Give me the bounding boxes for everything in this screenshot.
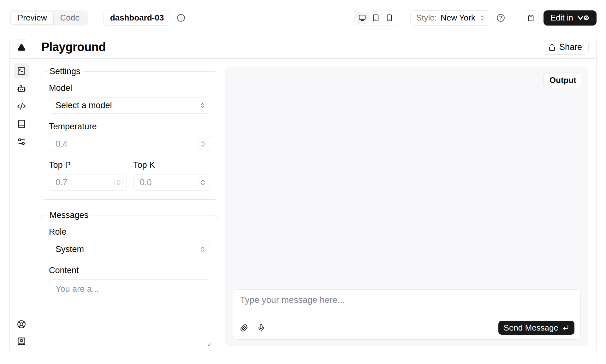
temperature-stepper[interactable] xyxy=(199,138,207,150)
sidebar-nav xyxy=(14,59,29,149)
content-area: Settings Model Select a model Temperatur… xyxy=(33,59,596,354)
chevron-up-icon xyxy=(201,141,205,144)
device-toggle-group xyxy=(354,10,397,26)
top-k-field: Top K xyxy=(133,160,211,191)
chevron-down-icon xyxy=(201,144,205,147)
share-button[interactable]: Share xyxy=(542,40,589,55)
sidebar-item-help[interactable] xyxy=(14,317,29,332)
edit-in-v0-button[interactable]: Edit in xyxy=(544,10,597,26)
send-message-label: Send Message xyxy=(504,323,558,333)
top-p-field: Top P xyxy=(49,160,127,191)
book-icon xyxy=(17,120,26,128)
model-select[interactable]: Select a model xyxy=(49,97,211,114)
code-tab[interactable]: Code xyxy=(53,12,86,24)
settings-legend: Settings xyxy=(47,67,83,76)
sidebar-item-models[interactable] xyxy=(14,81,29,96)
chevrons-up-down-icon xyxy=(199,102,206,109)
bot-icon xyxy=(17,84,26,93)
tablet-icon xyxy=(372,14,379,21)
share-button-label: Share xyxy=(559,42,582,52)
chevron-up-icon xyxy=(116,179,121,182)
sidebar-item-account[interactable] xyxy=(14,334,29,349)
triangle-icon xyxy=(17,43,26,51)
sidebar-item-api[interactable] xyxy=(14,99,29,114)
mic-icon xyxy=(257,324,265,332)
sliders-icon xyxy=(17,137,26,146)
toolbar-separator xyxy=(96,13,96,23)
top-k-stepper[interactable] xyxy=(199,177,207,188)
code-icon xyxy=(17,102,26,111)
toolbar-separator xyxy=(517,13,517,23)
icon-sidebar xyxy=(10,36,33,354)
chevrons-up-down-icon xyxy=(479,15,485,21)
square-user-icon xyxy=(17,337,26,346)
messages-legend: Messages xyxy=(47,210,91,220)
main-area: Playground Share Settings Model Select a… xyxy=(33,36,596,354)
microphone-button[interactable] xyxy=(254,321,268,335)
top-p-stepper[interactable] xyxy=(114,177,123,188)
attach-file-button[interactable] xyxy=(237,321,251,335)
role-select-value: System xyxy=(56,244,84,254)
life-buoy-icon xyxy=(17,320,26,329)
chevron-down-icon xyxy=(201,183,205,185)
circle-help-icon xyxy=(496,14,505,22)
temperature-label: Temperature xyxy=(49,122,211,132)
corner-down-left-icon xyxy=(562,324,569,331)
message-input[interactable] xyxy=(233,290,580,321)
block-name-badge: dashboard-03 xyxy=(104,10,171,26)
output-badge: Output xyxy=(544,73,582,88)
style-select[interactable]: Style: New York xyxy=(410,10,491,26)
smartphone-icon xyxy=(386,14,393,21)
send-message-button[interactable]: Send Message xyxy=(498,321,574,335)
info-icon xyxy=(177,14,185,22)
playground-app-frame: Playground Share Settings Model Select a… xyxy=(9,36,597,354)
chevron-up-icon xyxy=(201,179,205,182)
style-help-button[interactable] xyxy=(496,14,505,22)
top-p-label: Top P xyxy=(49,160,127,170)
temperature-input[interactable] xyxy=(49,136,211,152)
top-toolbar: Preview Code dashboard-03 xyxy=(0,0,606,36)
edit-in-v0-label: Edit in xyxy=(550,13,573,23)
block-info-button[interactable] xyxy=(177,14,185,22)
chevron-down-icon xyxy=(116,183,121,185)
share-icon xyxy=(548,44,556,51)
role-select[interactable]: System xyxy=(49,241,211,257)
monitor-icon xyxy=(359,14,366,21)
mobile-view-button[interactable] xyxy=(383,12,395,24)
desktop-view-button[interactable] xyxy=(356,12,368,24)
preview-tab[interactable]: Preview xyxy=(11,12,53,24)
v0-logo-icon xyxy=(577,15,590,20)
role-label: Role xyxy=(49,227,211,237)
toolbar-separator xyxy=(404,13,404,23)
chevrons-up-down-icon xyxy=(199,246,206,252)
message-composer: Send Message xyxy=(233,289,581,340)
square-terminal-icon xyxy=(17,67,26,75)
content-label: Content xyxy=(49,266,211,275)
tablet-view-button[interactable] xyxy=(370,12,382,24)
model-select-value: Select a model xyxy=(56,101,112,110)
sidebar-logo-section xyxy=(10,36,33,59)
style-select-value: New York xyxy=(441,13,475,23)
home-logo-button[interactable] xyxy=(14,39,29,55)
messages-fieldset: Messages Role System Content xyxy=(41,210,219,354)
settings-fieldset: Settings Model Select a model Temperatur… xyxy=(41,67,219,200)
paperclip-icon xyxy=(240,324,248,332)
sidebar-item-settings[interactable] xyxy=(14,134,29,149)
page-header: Playground Share xyxy=(33,36,596,59)
output-panel: Output xyxy=(225,67,588,346)
top-k-label: Top K xyxy=(133,160,211,170)
copy-code-button[interactable] xyxy=(524,10,538,25)
composer-footer: Send Message xyxy=(233,321,580,339)
sidebar-bottom-nav xyxy=(14,312,29,354)
model-label: Model xyxy=(49,83,211,93)
clipboard-icon xyxy=(527,15,534,21)
page-title: Playground xyxy=(41,40,106,54)
style-select-label: Style: xyxy=(416,13,437,23)
settings-column: Settings Model Select a model Temperatur… xyxy=(41,67,219,346)
view-toggle-group: Preview Code xyxy=(9,10,88,26)
sidebar-item-playground[interactable] xyxy=(14,63,29,79)
sidebar-item-documentation[interactable] xyxy=(14,116,29,132)
content-textarea[interactable] xyxy=(49,279,211,346)
